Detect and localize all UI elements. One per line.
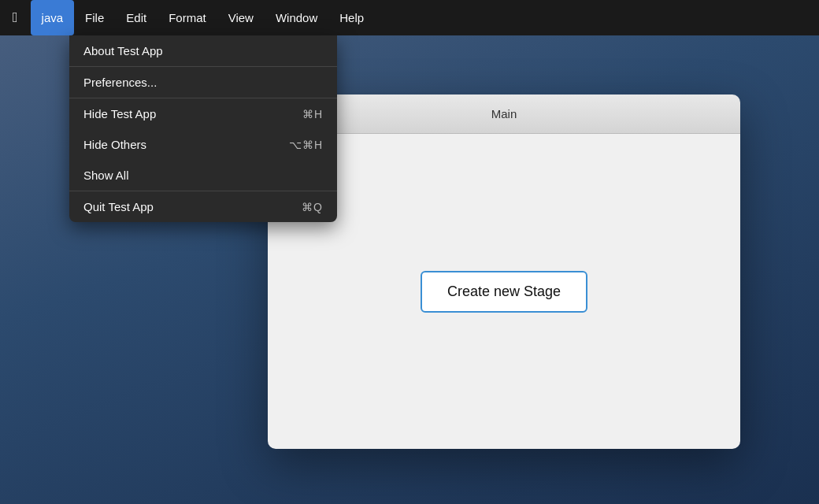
menubar-item-view[interactable]: View	[217, 0, 265, 35]
app-window: Main Create new Stage	[268, 94, 740, 449]
menu-item-show-all[interactable]: Show All	[69, 160, 337, 191]
menu-item-hide-others[interactable]: Hide Others ⌥⌘H	[69, 129, 337, 160]
menu-item-quit[interactable]: Quit Test App ⌘Q	[69, 191, 337, 222]
window-content: Create new Stage	[268, 134, 740, 449]
java-dropdown-menu: About Test App Preferences... Hide Test …	[69, 35, 337, 222]
apple-menu-item[interactable]: 	[0, 0, 31, 35]
menubar-item-edit[interactable]: Edit	[115, 0, 158, 35]
menubar-item-java[interactable]: java	[31, 0, 75, 35]
menubar:  java File Edit Format View Window Help	[0, 0, 819, 35]
menu-item-about[interactable]: About Test App	[69, 35, 337, 66]
menu-item-hide-app[interactable]: Hide Test App ⌘H	[69, 98, 337, 129]
menubar-item-format[interactable]: Format	[158, 0, 217, 35]
window-titlebar: Main	[268, 94, 740, 134]
menu-section-quit: Quit Test App ⌘Q	[69, 191, 337, 222]
create-new-stage-button[interactable]: Create new Stage	[421, 271, 587, 313]
menubar-item-file[interactable]: File	[74, 0, 115, 35]
window-title: Main	[491, 107, 517, 120]
menu-item-preferences[interactable]: Preferences...	[69, 67, 337, 98]
menu-section-preferences: Preferences...	[69, 67, 337, 98]
menu-section-about: About Test App	[69, 35, 337, 67]
menu-section-hide: Hide Test App ⌘H Hide Others ⌥⌘H Show Al…	[69, 98, 337, 191]
menubar-item-window[interactable]: Window	[265, 0, 328, 35]
menubar-item-help[interactable]: Help	[328, 0, 375, 35]
